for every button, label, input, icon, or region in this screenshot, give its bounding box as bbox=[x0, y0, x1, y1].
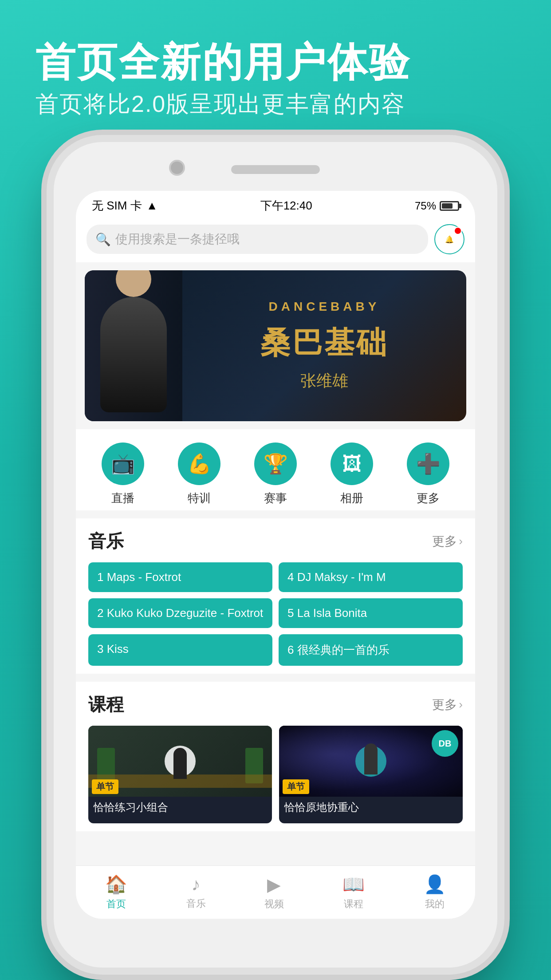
status-time: 下午12:40 bbox=[260, 198, 312, 213]
wifi-icon: ▲ bbox=[146, 199, 158, 213]
video-icon: ▶ bbox=[267, 874, 281, 895]
nav-music[interactable]: ♪ 音乐 bbox=[186, 874, 206, 910]
category-live[interactable]: 📺 直播 bbox=[102, 443, 144, 506]
course-icon: 📖 bbox=[342, 874, 365, 895]
competition-label: 赛事 bbox=[264, 490, 287, 506]
nav-course-label: 课程 bbox=[344, 897, 363, 911]
nav-profile-label: 我的 bbox=[425, 897, 445, 911]
course-card-1[interactable]: ▶ 单节 恰恰练习小组合 bbox=[88, 726, 272, 823]
live-icon-circle: 📺 bbox=[102, 443, 144, 485]
music-more-label: 更多 bbox=[432, 533, 457, 550]
course-thumb-2: DB ▶ 单节 bbox=[279, 726, 463, 797]
music-item-5[interactable]: 5 La Isla Bonita bbox=[279, 598, 463, 628]
live-label: 直播 bbox=[111, 490, 134, 506]
notification-bell-button[interactable]: 🔔 bbox=[434, 224, 464, 254]
music-item-2[interactable]: 2 Kuko Kuko Dzeguzite - Foxtrot bbox=[88, 598, 272, 628]
course-more-button[interactable]: 更多 › bbox=[432, 696, 463, 713]
course-card-2[interactable]: DB ▶ 单节 恰恰原地协重心 bbox=[279, 726, 463, 823]
banner-person-head bbox=[116, 270, 151, 297]
banner-title-cn: 桑巴基础 bbox=[260, 323, 388, 363]
hero-banner[interactable]: DANCEBABY 桑巴基础 张维雄 bbox=[85, 270, 466, 421]
search-bar-row: 🔍 使用搜索是一条捷径哦 🔔 bbox=[76, 218, 475, 262]
course-label-1: 恰恰练习小组合 bbox=[88, 797, 272, 818]
category-icon-row: 📺 直播 💪 特训 🏆 赛事 🖼 相册 ➕ 更多 bbox=[76, 429, 475, 510]
more-label: 更多 bbox=[417, 490, 440, 506]
nav-home[interactable]: 🏠 首页 bbox=[105, 874, 127, 911]
nav-video-label: 视频 bbox=[264, 897, 284, 911]
phone-speaker bbox=[231, 165, 320, 174]
category-training[interactable]: 💪 特训 bbox=[178, 443, 220, 506]
search-input-wrap[interactable]: 🔍 使用搜索是一条捷径哦 bbox=[87, 225, 428, 254]
album-label: 相册 bbox=[340, 490, 363, 506]
status-bar: 无 SIM 卡 ▲ 下午12:40 75% bbox=[76, 191, 475, 218]
banner-text-area: DANCEBABY 桑巴基础 张维雄 bbox=[182, 291, 466, 401]
search-icon: 🔍 bbox=[95, 232, 111, 247]
nav-video[interactable]: ▶ 视频 bbox=[264, 874, 284, 911]
course-more-chevron: › bbox=[459, 698, 463, 711]
battery-icon bbox=[440, 201, 459, 211]
music-more-chevron: › bbox=[459, 534, 463, 548]
background-title: 首页全新的用户体验 bbox=[35, 36, 411, 90]
music-more-button[interactable]: 更多 › bbox=[432, 533, 463, 550]
course-label-2: 恰恰原地协重心 bbox=[279, 797, 463, 818]
category-more[interactable]: ➕ 更多 bbox=[407, 443, 449, 506]
more-icon-circle: ➕ bbox=[407, 443, 449, 485]
status-right: 75% bbox=[415, 200, 459, 212]
nav-course[interactable]: 📖 课程 bbox=[342, 874, 365, 911]
music-section: 音乐 更多 › 1 Maps - Foxtrot 4 DJ Maksy - I'… bbox=[76, 518, 475, 674]
training-icon-circle: 💪 bbox=[178, 443, 220, 485]
music-item-1[interactable]: 1 Maps - Foxtrot bbox=[88, 562, 272, 592]
background-subtitle: 首页将比2.0版呈现出更丰富的内容 bbox=[35, 89, 405, 120]
music-section-title: 音乐 bbox=[88, 529, 124, 553]
course-badge-2: 单节 bbox=[283, 779, 309, 794]
music-item-4[interactable]: 4 DJ Maksy - I'm M bbox=[279, 562, 463, 592]
banner-brand: DANCEBABY bbox=[269, 300, 380, 314]
search-placeholder: 使用搜索是一条捷径哦 bbox=[115, 231, 240, 248]
phone-screen: 无 SIM 卡 ▲ 下午12:40 75% 🔍 使用搜索是一条捷径哦 🔔 bbox=[76, 191, 475, 919]
course-more-label: 更多 bbox=[432, 696, 457, 713]
competition-icon-circle: 🏆 bbox=[254, 443, 297, 485]
banner-person-body bbox=[100, 297, 167, 412]
home-icon: 🏠 bbox=[105, 874, 127, 895]
profile-icon: 👤 bbox=[424, 874, 446, 895]
music-section-header: 音乐 更多 › bbox=[88, 529, 463, 553]
banner-person-image bbox=[85, 270, 182, 421]
category-album[interactable]: 🖼 相册 bbox=[331, 443, 373, 506]
phone-device: 无 SIM 卡 ▲ 下午12:40 75% 🔍 使用搜索是一条捷径哦 🔔 bbox=[54, 142, 497, 968]
course-section-title: 课程 bbox=[88, 692, 124, 717]
music-item-6[interactable]: 6 很经典的一首的乐 bbox=[279, 634, 463, 666]
carrier-label: 无 SIM 卡 bbox=[92, 198, 142, 213]
music-grid: 1 Maps - Foxtrot 4 DJ Maksy - I'm M 2 Ku… bbox=[88, 562, 463, 666]
training-label: 特训 bbox=[188, 490, 211, 506]
nav-profile[interactable]: 👤 我的 bbox=[424, 874, 446, 911]
battery-fill bbox=[442, 203, 453, 209]
course-thumb-1: ▶ 单节 bbox=[88, 726, 272, 797]
course-section-header: 课程 更多 › bbox=[88, 692, 463, 717]
music-item-3[interactable]: 3 Kiss bbox=[88, 634, 272, 666]
course-section: 课程 更多 › ▶ 单节 bbox=[76, 682, 475, 831]
notification-dot bbox=[454, 227, 462, 235]
phone-camera bbox=[169, 160, 185, 176]
category-competition[interactable]: 🏆 赛事 bbox=[254, 443, 297, 506]
banner-subtitle-cn: 张维雄 bbox=[300, 370, 348, 392]
course-grid: ▶ 单节 恰恰练习小组合 DB ▶ 单节 bbox=[88, 726, 463, 823]
bell-icon: 🔔 bbox=[445, 235, 454, 244]
music-icon: ♪ bbox=[192, 874, 201, 894]
battery-percent: 75% bbox=[415, 200, 436, 212]
bottom-navigation: 🏠 首页 ♪ 音乐 ▶ 视频 📖 课程 👤 我的 bbox=[76, 865, 475, 919]
status-left: 无 SIM 卡 ▲ bbox=[92, 198, 157, 213]
course-badge-1: 单节 bbox=[92, 779, 118, 794]
album-icon-circle: 🖼 bbox=[331, 443, 373, 485]
nav-home-label: 首页 bbox=[106, 897, 126, 911]
nav-music-label: 音乐 bbox=[186, 897, 206, 910]
